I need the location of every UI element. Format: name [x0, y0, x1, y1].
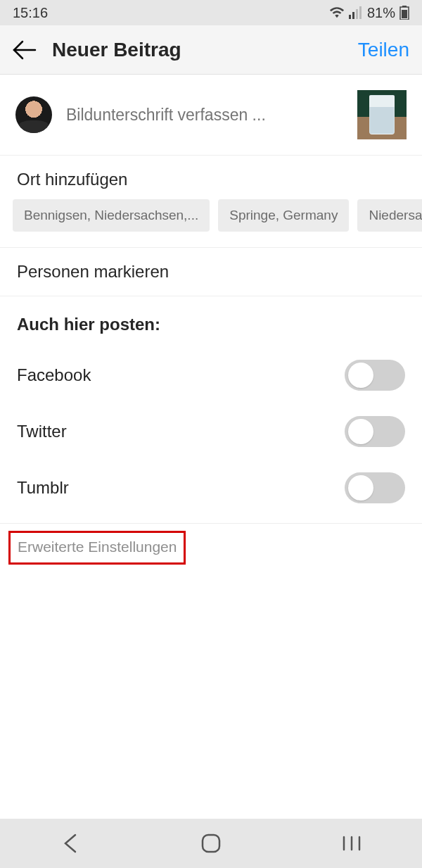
- advanced-settings-button[interactable]: Erweiterte Einstellungen: [8, 531, 186, 565]
- location-chip[interactable]: Bennigsen, Niedersachsen,...: [13, 199, 210, 232]
- page-title: Neuer Beitrag: [52, 39, 358, 61]
- post-thumbnail[interactable]: [357, 90, 407, 139]
- svg-rect-3: [359, 6, 362, 19]
- crosspost-row-twitter: Twitter: [0, 403, 422, 460]
- advanced-settings-label: Erweiterte Einstellungen: [18, 539, 177, 555]
- status-battery-text: 81%: [367, 5, 395, 21]
- add-location-label: Ort hinzufügen: [17, 170, 127, 189]
- signal-icon: [349, 6, 363, 19]
- add-location-row[interactable]: Ort hinzufügen: [0, 156, 422, 201]
- location-chips: Bennigsen, Niedersachsen,... Springe, Ge…: [0, 199, 422, 248]
- svg-rect-1: [352, 12, 354, 19]
- advanced-settings-wrap: Erweiterte Einstellungen: [0, 523, 422, 572]
- toggle-tumblr[interactable]: [345, 472, 405, 503]
- status-time: 15:16: [13, 5, 48, 21]
- nav-back-button[interactable]: [28, 834, 113, 853]
- crosspost-section: Auch hier posten:: [0, 296, 422, 347]
- nav-home-button[interactable]: [169, 833, 253, 854]
- wifi-icon: [329, 6, 345, 19]
- battery-icon: [399, 6, 409, 20]
- tag-people-row[interactable]: Personen markieren: [0, 248, 422, 296]
- toggle-facebook[interactable]: [345, 360, 405, 391]
- caption-input[interactable]: [66, 106, 343, 125]
- app-header: Neuer Beitrag Teilen: [0, 25, 422, 75]
- svg-rect-8: [203, 835, 219, 852]
- svg-rect-0: [349, 15, 351, 19]
- crosspost-label: Facebook: [17, 365, 91, 385]
- avatar: [15, 96, 52, 133]
- crosspost-title: Auch hier posten:: [17, 315, 405, 334]
- share-button[interactable]: Teilen: [358, 39, 409, 61]
- crosspost-label: Twitter: [17, 422, 67, 441]
- svg-rect-2: [356, 9, 358, 19]
- compose-row: [0, 75, 422, 156]
- status-bar: 15:16 81%: [0, 0, 422, 25]
- tag-people-label: Personen markieren: [17, 262, 169, 281]
- crosspost-row-tumblr: Tumblr: [0, 460, 422, 516]
- location-chip[interactable]: Springe, Germany: [218, 199, 349, 232]
- status-right: 81%: [329, 5, 409, 21]
- location-chip[interactable]: Niedersachsen, Ge: [357, 199, 422, 232]
- nav-recents-button[interactable]: [309, 835, 394, 852]
- toggle-twitter[interactable]: [345, 416, 405, 447]
- crosspost-label: Tumblr: [17, 478, 69, 498]
- back-icon[interactable]: [13, 40, 37, 60]
- svg-rect-6: [402, 10, 407, 18]
- crosspost-row-facebook: Facebook: [0, 347, 422, 403]
- system-navbar: [0, 819, 422, 868]
